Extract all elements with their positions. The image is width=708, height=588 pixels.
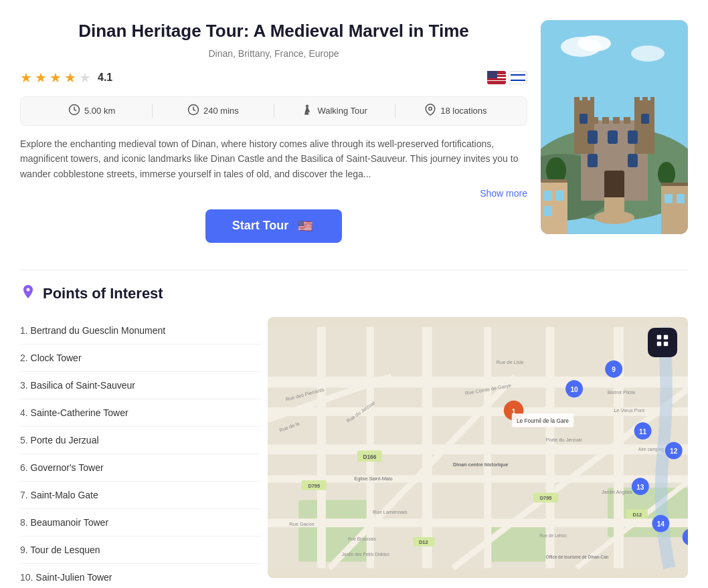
poi-num-3: 3. — [20, 380, 31, 391]
svg-rect-130 — [657, 335, 661, 339]
hero-content: Dinan Heritage Tour: A Medieval Marvel i… — [20, 20, 527, 243]
poi-header: Points of Interest — [20, 270, 688, 304]
walking-icon — [301, 104, 313, 118]
start-tour-flag: 🇺🇸 — [295, 219, 315, 233]
svg-text:Eglise Saint-Malo: Eglise Saint-Malo — [354, 476, 392, 482]
poi-item-8[interactable]: 8. Beaumanoir Tower — [20, 509, 261, 536]
poi-item-1[interactable]: 1. Bertrand du Guesclin Monument — [20, 317, 261, 345]
svg-rect-42 — [661, 183, 688, 186]
locations-value: 18 locations — [440, 106, 486, 116]
svg-text:Porte du Jerzual: Porte du Jerzual — [546, 437, 582, 443]
clock-icon — [187, 104, 199, 118]
rating-value: 4.1 — [98, 72, 112, 84]
svg-point-3 — [429, 107, 432, 110]
poi-num-6: 6. — [20, 462, 31, 473]
svg-rect-26 — [608, 130, 618, 144]
map-container[interactable]: D166 D795 D795 D12 D12 Rue des Pierrants… — [268, 317, 688, 578]
star-5: ★ — [79, 70, 91, 86]
svg-rect-24 — [634, 117, 641, 124]
locations-stat: 18 locations — [395, 104, 516, 118]
svg-rect-32 — [604, 171, 624, 201]
svg-text:10: 10 — [570, 386, 578, 393]
flag-il — [509, 71, 527, 84]
type-value: Walking Tour — [317, 106, 367, 116]
svg-rect-13 — [574, 97, 580, 104]
poi-title: Points of Interest — [43, 285, 163, 302]
svg-text:Le Vieux Pont: Le Vieux Pont — [614, 407, 644, 413]
svg-rect-22 — [613, 117, 620, 124]
tour-location: Dinan, Brittany, France, Europe — [20, 48, 527, 59]
svg-text:D12: D12 — [633, 511, 642, 517]
svg-rect-53 — [268, 377, 688, 388]
svg-text:13: 13 — [636, 484, 644, 491]
svg-text:Rue de Lisle: Rue de Lisle — [497, 359, 524, 365]
svg-rect-131 — [664, 335, 668, 339]
svg-text:D795: D795 — [540, 495, 552, 501]
poi-item-2[interactable]: 2. Clock Tower — [20, 345, 261, 372]
star-rating: ★ ★ ★ ★ ★ 4.1 — [20, 70, 112, 86]
svg-text:Jardin des Petits Diables: Jardin des Petits Diables — [342, 552, 389, 557]
type-stat: Walking Tour — [274, 104, 395, 118]
svg-text:9: 9 — [612, 366, 616, 373]
flag-us — [487, 71, 506, 84]
language-flags — [487, 71, 527, 84]
svg-rect-46 — [665, 194, 673, 203]
svg-text:Rue Broussais: Rue Broussais — [348, 536, 376, 541]
poi-item-4[interactable]: 4. Sainte-Catherine Tower — [20, 399, 261, 427]
poi-num-5: 5. — [20, 435, 31, 446]
poi-num-8: 8. — [20, 517, 31, 528]
poi-item-9[interactable]: 9. Tour de Lesquen — [20, 536, 261, 564]
svg-rect-18 — [650, 97, 654, 104]
poi-content: 1. Bertrand du Guesclin Monument 2. Cloc… — [20, 317, 688, 588]
svg-rect-62 — [546, 327, 555, 568]
svg-text:12: 12 — [670, 448, 678, 455]
distance-stat: 5.00 km — [31, 104, 152, 118]
pin-icon — [424, 104, 436, 118]
svg-rect-17 — [642, 97, 648, 104]
svg-rect-31 — [641, 114, 649, 124]
svg-point-38 — [658, 162, 675, 186]
poi-item-5[interactable]: 5. Porte du Jerzual — [20, 427, 261, 454]
svg-rect-44 — [555, 191, 563, 201]
star-1: ★ — [20, 70, 32, 86]
svg-rect-34 — [604, 197, 624, 221]
poi-num-7: 7. — [20, 490, 31, 500]
svg-rect-15 — [590, 97, 594, 104]
svg-rect-55 — [268, 444, 688, 454]
svg-rect-58 — [317, 327, 326, 568]
svg-text:Le Fournil de la Gare: Le Fournil de la Gare — [517, 417, 569, 424]
svg-rect-25 — [588, 130, 598, 144]
poi-num-9: 9. — [20, 545, 30, 555]
poi-item-7[interactable]: 7. Saint-Malo Gate — [20, 482, 261, 509]
poi-section-icon — [20, 284, 36, 304]
show-more-link[interactable]: Show more — [20, 188, 527, 199]
svg-point-7 — [631, 45, 665, 62]
svg-text:D795: D795 — [308, 483, 320, 489]
map-pin-icon — [655, 333, 670, 351]
distance-value: 5.00 km — [84, 106, 115, 116]
svg-rect-23 — [624, 117, 630, 124]
svg-rect-60 — [422, 327, 432, 568]
start-tour-button[interactable]: Start Tour 🇺🇸 — [205, 209, 343, 243]
duration-value: 240 mins — [203, 106, 239, 116]
poi-item-10[interactable]: 10. Saint-Julien Tower — [20, 564, 261, 588]
svg-rect-16 — [634, 97, 640, 104]
star-4: ★ — [64, 70, 76, 86]
svg-rect-40 — [661, 184, 688, 234]
svg-text:11: 11 — [639, 428, 647, 435]
svg-rect-12 — [634, 100, 654, 154]
poi-item-3[interactable]: 3. Basilica of Saint-Sauveur — [20, 372, 261, 399]
poi-item-6[interactable]: 6. Governor's Tower — [20, 454, 261, 482]
map-toggle-button[interactable] — [648, 328, 677, 357]
poi-num-4: 4. — [20, 407, 31, 418]
svg-rect-28 — [588, 154, 598, 167]
svg-rect-57 — [268, 518, 688, 527]
svg-text:Dinan centre historique: Dinan centre historique — [453, 462, 508, 468]
poi-section: Points of Interest 1. Bertrand du Guescl… — [0, 256, 708, 588]
svg-rect-61 — [484, 327, 491, 568]
svg-rect-30 — [580, 114, 588, 124]
duration-stat: 240 mins — [153, 104, 273, 118]
svg-rect-21 — [602, 117, 609, 124]
svg-rect-132 — [657, 342, 661, 346]
svg-rect-133 — [664, 342, 668, 346]
